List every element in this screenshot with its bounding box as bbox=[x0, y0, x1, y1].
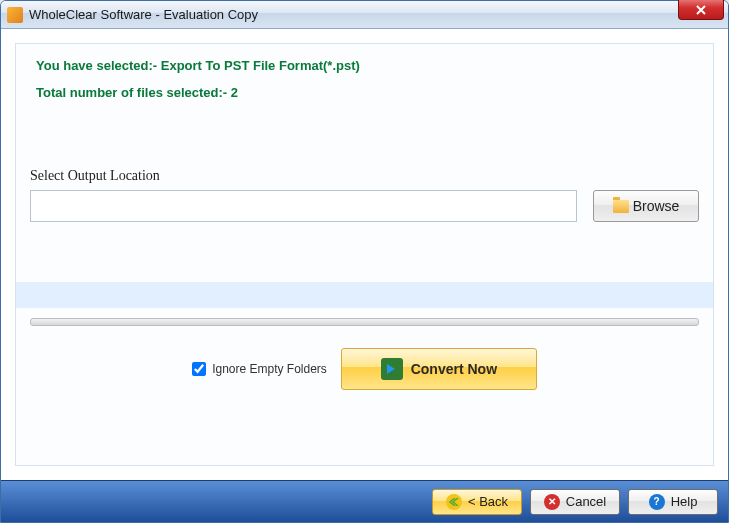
convert-now-button[interactable]: Convert Now bbox=[341, 348, 537, 390]
folder-icon bbox=[613, 200, 629, 213]
content-area: You have selected:- Export To PST File F… bbox=[1, 29, 728, 480]
inner-panel: You have selected:- Export To PST File F… bbox=[15, 43, 714, 466]
app-window: WholeClear Software - Evaluation Copy Yo… bbox=[0, 0, 729, 523]
ignore-empty-label: Ignore Empty Folders bbox=[212, 362, 327, 376]
convert-icon bbox=[381, 358, 403, 380]
close-icon bbox=[695, 5, 707, 15]
help-button[interactable]: ? Help bbox=[628, 489, 718, 515]
footer-bar: < Back ✕ Cancel ? Help bbox=[1, 480, 728, 522]
cancel-icon: ✕ bbox=[544, 494, 560, 510]
progress-placeholder bbox=[30, 318, 699, 326]
output-row: Browse bbox=[30, 190, 699, 222]
browse-button[interactable]: Browse bbox=[593, 190, 699, 222]
convert-now-label: Convert Now bbox=[411, 361, 497, 377]
back-button-label: < Back bbox=[468, 494, 508, 509]
output-location-label: Select Output Location bbox=[30, 168, 699, 184]
cancel-button[interactable]: ✕ Cancel bbox=[530, 489, 620, 515]
help-button-label: Help bbox=[671, 494, 698, 509]
back-icon bbox=[446, 494, 462, 510]
ignore-empty-checkbox-wrap[interactable]: Ignore Empty Folders bbox=[192, 362, 327, 376]
help-icon: ? bbox=[649, 494, 665, 510]
app-icon bbox=[7, 7, 23, 23]
file-count-text: Total number of files selected:- 2 bbox=[36, 85, 699, 100]
cancel-button-label: Cancel bbox=[566, 494, 606, 509]
separator-strip bbox=[16, 282, 713, 308]
browse-button-label: Browse bbox=[633, 198, 680, 214]
close-button[interactable] bbox=[678, 0, 724, 20]
selected-format-text: You have selected:- Export To PST File F… bbox=[36, 58, 699, 73]
output-location-input[interactable] bbox=[30, 190, 577, 222]
back-button[interactable]: < Back bbox=[432, 489, 522, 515]
window-title: WholeClear Software - Evaluation Copy bbox=[29, 7, 258, 22]
ignore-empty-checkbox[interactable] bbox=[192, 362, 206, 376]
titlebar: WholeClear Software - Evaluation Copy bbox=[1, 1, 728, 29]
convert-row: Ignore Empty Folders Convert Now bbox=[30, 348, 699, 390]
